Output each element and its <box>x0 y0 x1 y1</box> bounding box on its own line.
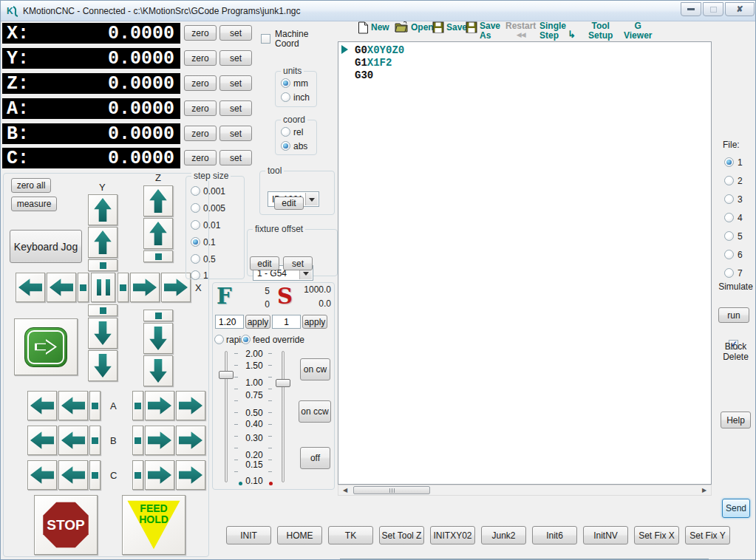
maximize-button[interactable] <box>703 2 723 16</box>
spindle-on-ccw-button[interactable]: on ccw <box>299 400 331 423</box>
feed-override-radio[interactable] <box>241 335 251 344</box>
macro-tk-button[interactable]: TK <box>328 526 373 544</box>
spindle-override-slider-thumb[interactable] <box>276 379 290 387</box>
toolbar-g-viewer-button[interactable]: G Viewer <box>624 21 652 41</box>
file-radio-5[interactable] <box>724 231 734 241</box>
spindle-override-slider-track[interactable] <box>282 351 285 482</box>
jog-x-minus-step-button[interactable] <box>78 273 89 302</box>
coord-abs-label[interactable]: abs <box>293 141 307 151</box>
step-size-radio-05[interactable] <box>191 254 200 264</box>
feed-hold-button[interactable]: FEEDHOLD <box>122 495 185 555</box>
coord-abs-radio[interactable] <box>281 141 290 151</box>
jog-z-minus-step-button[interactable] <box>143 310 173 321</box>
coord-rel-label[interactable]: rel <box>293 127 303 137</box>
macro-set-fix-x-button[interactable]: Set Fix X <box>634 526 679 544</box>
jog-b-minus-fast-button[interactable] <box>27 426 57 455</box>
jog-y-minus-fast-button[interactable] <box>88 350 118 381</box>
toolbar-single-step-button[interactable]: Single Step ↳ <box>539 21 576 41</box>
machine-coord-checkbox[interactable] <box>261 34 270 44</box>
jog-b-minus-button[interactable] <box>58 426 88 455</box>
gcode-editor[interactable]: G0X0Y0Z0 G1X1F2 G30 <box>338 41 712 485</box>
jog-pause-button[interactable] <box>91 273 115 302</box>
spindle-apply-button[interactable]: apply <box>302 315 327 329</box>
rapid-radio[interactable] <box>214 335 224 344</box>
jog-a-plus-button[interactable] <box>145 391 174 420</box>
file-option-label[interactable]: 3 <box>738 194 743 205</box>
editor-hscrollbar[interactable]: ◀ ▶ <box>338 485 712 496</box>
jog-b-plus-button[interactable] <box>145 426 174 455</box>
file-option-label[interactable]: 2 <box>738 176 743 186</box>
macro-junk2-button[interactable]: Junk2 <box>481 526 526 544</box>
jog-z-plus-fast-button[interactable] <box>143 185 173 216</box>
file-radio-7[interactable] <box>724 268 734 278</box>
jog-a-plus-step-button[interactable] <box>132 391 143 420</box>
feed-override-slider-thumb[interactable] <box>219 371 234 379</box>
jog-z-minus-fast-button[interactable] <box>143 355 173 386</box>
fixture-edit-button[interactable]: edit <box>250 256 279 270</box>
units-mm-label[interactable]: mm <box>293 78 308 89</box>
toolbar-open-button[interactable]: Open <box>395 21 434 33</box>
step-size-option-label[interactable]: 0.005 <box>203 203 225 214</box>
units-inch-label[interactable]: inch <box>293 92 310 103</box>
jog-y-plus-step-button[interactable] <box>88 259 118 271</box>
title-bar[interactable]: K KMotionCNC - Connected - c:\KMotionSrc… <box>1 1 755 21</box>
measure-button[interactable]: measure <box>11 197 57 211</box>
minimize-button[interactable] <box>681 2 701 16</box>
zero-x-button[interactable]: zero <box>184 25 217 41</box>
set-a-button[interactable]: set <box>219 100 252 116</box>
file-option-label[interactable]: 5 <box>738 231 743 242</box>
file-radio-3[interactable] <box>724 194 734 204</box>
jog-y-minus-button[interactable] <box>88 318 118 349</box>
run-button[interactable]: run <box>718 307 749 323</box>
set-z-button[interactable]: set <box>219 75 252 91</box>
close-button[interactable]: ✘ <box>725 2 755 16</box>
help-button[interactable]: Help <box>721 412 751 428</box>
units-mm-radio[interactable] <box>281 78 290 88</box>
gcode-line[interactable]: G0X0Y0Z0 <box>355 44 404 56</box>
macro-set-tool-z-button[interactable]: Set Tool Z <box>379 526 424 544</box>
step-size-option-label[interactable]: 1 <box>203 270 208 281</box>
file-option-label[interactable]: 1 <box>738 157 743 168</box>
toolbar-new-button[interactable]: New <box>358 21 389 34</box>
jog-c-minus-fast-button[interactable] <box>27 460 57 490</box>
toolbar-save-as-button[interactable]: Save As <box>466 21 500 41</box>
jog-z-minus-button[interactable] <box>143 323 173 354</box>
jog-y-plus-button[interactable] <box>88 227 118 258</box>
jog-c-plus-button[interactable] <box>145 460 174 490</box>
dropdown-arrow-icon[interactable] <box>305 193 318 205</box>
feedrate-input[interactable]: 1.20 <box>215 315 244 329</box>
set-x-button[interactable]: set <box>219 25 252 41</box>
macro-initnv-button[interactable]: InitNV <box>583 526 628 544</box>
jog-x-plus-button[interactable] <box>130 273 160 302</box>
jog-b-plus-fast-button[interactable] <box>176 426 205 455</box>
scroll-right-icon[interactable]: ▶ <box>699 486 709 494</box>
file-option-label[interactable]: 7 <box>738 268 743 279</box>
macro-set-fix-y-button[interactable]: Set Fix Y <box>685 526 730 544</box>
zero-b-button[interactable]: zero <box>184 126 217 141</box>
set-y-button[interactable]: set <box>219 50 252 66</box>
step-size-radio-0005[interactable] <box>191 203 200 213</box>
jog-x-minus-fast-button[interactable] <box>16 273 45 302</box>
jog-b-plus-step-button[interactable] <box>132 426 143 455</box>
jog-c-plus-step-button[interactable] <box>132 460 143 490</box>
jog-y-plus-fast-button[interactable] <box>88 194 118 225</box>
file-option-label[interactable]: 4 <box>738 213 743 223</box>
jog-x-minus-button[interactable] <box>47 273 76 302</box>
file-radio-6[interactable] <box>724 250 734 259</box>
step-size-option-label[interactable]: 0.1 <box>203 237 216 247</box>
units-inch-radio[interactable] <box>281 92 290 102</box>
zero-y-button[interactable]: zero <box>184 50 217 66</box>
stop-button[interactable]: STOP <box>34 495 98 555</box>
toolbar-restart-button[interactable]: Restart ◀◀ <box>505 21 536 38</box>
toolbar-tool-setup-button[interactable]: Tool Setup <box>588 21 613 41</box>
macro-home-button[interactable]: HOME <box>277 526 322 544</box>
set-b-button[interactable]: set <box>219 126 252 141</box>
jog-b-minus-step-button[interactable] <box>89 426 101 455</box>
send-button[interactable]: Send <box>722 499 750 518</box>
macro-init-button[interactable]: INIT <box>226 526 271 544</box>
scroll-left-icon[interactable]: ◀ <box>340 486 350 494</box>
macro-initxy02-button[interactable]: INITXY02 <box>430 526 475 544</box>
keyboard-jog-button[interactable]: Keyboard Jog <box>10 230 82 263</box>
step-size-option-label[interactable]: 0.5 <box>203 254 216 264</box>
zero-c-button[interactable]: zero <box>184 150 217 165</box>
